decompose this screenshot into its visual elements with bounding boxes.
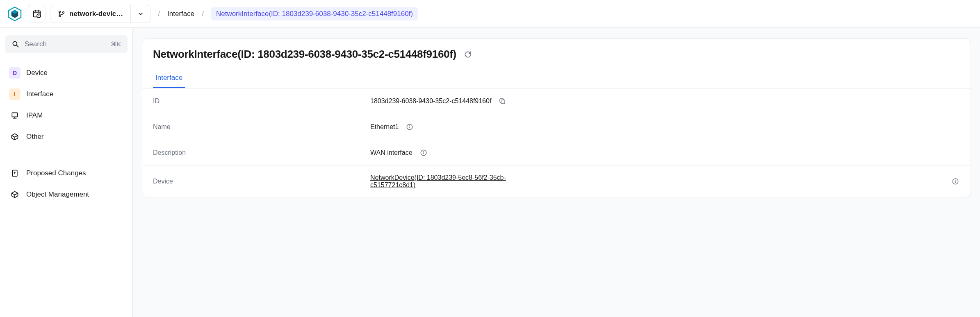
breadcrumb: / Interface / NetworkInterface(ID: 1803d… <box>158 7 418 20</box>
svg-point-19 <box>409 125 410 126</box>
branch-dropdown-toggle[interactable] <box>130 5 150 23</box>
details-table: ID 1803d239-6038-9430-35c2-c51448f9160f … <box>142 88 971 197</box>
breadcrumb-separator: / <box>158 10 160 18</box>
sidebar-item-device[interactable]: D Device <box>5 62 128 84</box>
info-button[interactable] <box>951 177 960 186</box>
detail-label: Name <box>153 123 370 131</box>
detail-value: WAN interface <box>370 149 413 156</box>
sidebar-item-interface[interactable]: I Interface <box>5 84 128 105</box>
detail-label: Description <box>153 149 370 156</box>
sidebar-divider <box>5 155 128 155</box>
svg-point-9 <box>59 15 61 17</box>
sidebar-item-label: Other <box>26 133 44 141</box>
detail-value: Ethernet1 <box>370 123 399 131</box>
detail-row-id: ID 1803d239-6038-9430-35c2-c51448f9160f <box>142 88 971 114</box>
svg-point-25 <box>955 180 956 181</box>
detail-card: NetworkInterface(ID: 1803d239-6038-9430-… <box>142 38 971 197</box>
detail-value-link[interactable]: NetworkDevice(ID: 1803d239-5ec8-56f2-35c… <box>370 174 522 189</box>
sidebar-item-proposed-changes[interactable]: Proposed Changes <box>5 163 128 184</box>
info-icon <box>952 178 959 185</box>
info-button[interactable] <box>405 122 414 131</box>
sidebar-item-other[interactable]: Other <box>5 126 128 147</box>
svg-point-8 <box>59 11 61 12</box>
history-button[interactable] <box>28 5 46 23</box>
detail-label: ID <box>153 97 370 105</box>
sidebar: Search ⌘K D Device I Interface IPAM <box>0 28 133 317</box>
main-content: NetworkInterface(ID: 1803d239-6038-9430-… <box>133 28 980 317</box>
sidebar-item-label: Device <box>26 69 48 77</box>
tab-interface[interactable]: Interface <box>153 69 185 88</box>
branch-name: network-devic… <box>69 10 123 18</box>
info-icon <box>420 149 427 156</box>
refresh-button[interactable] <box>462 49 474 60</box>
card-header: NetworkInterface(ID: 1803d239-6038-9430-… <box>142 39 971 65</box>
breadcrumb-item-current[interactable]: NetworkInterface(ID: 1803d239-6038-9430-… <box>211 7 418 20</box>
svg-point-11 <box>13 41 17 45</box>
sidebar-item-label: Proposed Changes <box>26 169 86 177</box>
sidebar-item-object-management[interactable]: Object Management <box>5 184 128 205</box>
sidebar-item-label: Interface <box>26 90 53 98</box>
sidebar-item-label: Object Management <box>26 190 89 199</box>
detail-row-name: Name Ethernet1 <box>142 114 971 140</box>
info-icon <box>406 123 413 131</box>
ipam-icon <box>9 110 21 121</box>
sidebar-item-label: IPAM <box>26 111 43 120</box>
search-placeholder: Search <box>25 40 106 48</box>
breadcrumb-item-interface[interactable]: Interface <box>167 10 194 18</box>
svg-line-12 <box>17 45 18 47</box>
detail-value: 1803d239-6038-9430-35c2-c51448f9160f <box>370 97 491 105</box>
detail-row-device: Device NetworkDevice(ID: 1803d239-5ec8-5… <box>142 166 971 197</box>
detail-label: Device <box>153 178 370 185</box>
git-branch-icon <box>58 10 65 18</box>
breadcrumb-separator: / <box>202 10 204 18</box>
page-title: NetworkInterface(ID: 1803d239-6038-9430-… <box>153 48 456 61</box>
changes-icon <box>9 168 21 179</box>
svg-rect-13 <box>12 113 17 117</box>
search-shortcut: ⌘K <box>111 41 121 48</box>
tabs: Interface <box>142 65 971 88</box>
detail-row-description: Description WAN interface <box>142 140 971 166</box>
app-logo[interactable] <box>6 5 24 23</box>
svg-point-10 <box>63 11 64 13</box>
svg-rect-17 <box>501 100 505 104</box>
refresh-icon <box>464 50 472 59</box>
copy-button[interactable] <box>498 97 507 106</box>
top-bar: network-devic… / Interface / NetworkInte… <box>0 0 980 28</box>
info-button[interactable] <box>419 148 428 157</box>
svg-point-22 <box>423 151 424 152</box>
copy-icon <box>499 97 506 105</box>
cube-icon <box>9 131 21 143</box>
chevron-down-icon <box>137 11 144 17</box>
search-icon <box>11 40 20 48</box>
sidebar-item-ipam[interactable]: IPAM <box>5 105 128 126</box>
branch-selector-main[interactable]: network-devic… <box>50 5 130 23</box>
branch-selector: network-devic… <box>50 5 150 23</box>
cube-icon <box>9 189 21 200</box>
calendar-clock-icon <box>32 9 41 18</box>
device-letter-icon: D <box>9 67 21 79</box>
interface-letter-icon: I <box>9 88 21 100</box>
search-input[interactable]: Search ⌘K <box>5 35 128 53</box>
